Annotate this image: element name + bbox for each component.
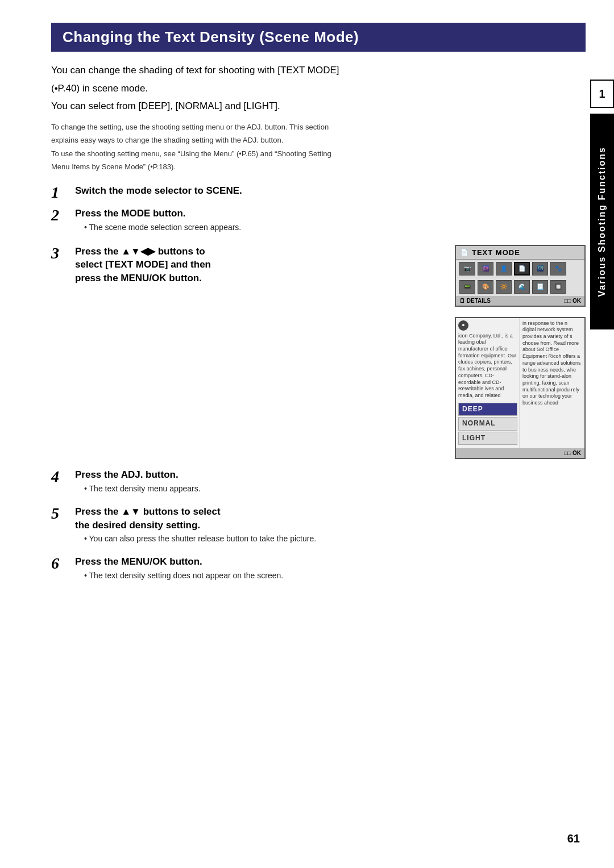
screen1-footer-right: □□ OK — [564, 298, 581, 304]
screen1-title: TEXT MODE — [472, 248, 520, 257]
density-normal: NORMAL — [458, 417, 517, 431]
step-1-number: 1 — [51, 184, 73, 202]
screens-column: 📄 TEXT MODE 📷 🌆 👤 📄 🌃 🐾 📟 🎨 🔆 — [455, 245, 586, 460]
step-6: 6 Press the MENU/OK button. The text den… — [51, 555, 586, 581]
scene-icon-1: 📷 — [459, 262, 475, 276]
scene-icon-12: 🔲 — [550, 280, 566, 294]
step-6-title: Press the MENU/OK button. — [75, 555, 586, 569]
density-right-text: in response to the n digital network sys… — [520, 318, 584, 449]
screen1-footer: 🗒 DETAILS □□ OK — [456, 296, 584, 306]
step-3-content: Press the ▲▼◀▶ buttons to select [TEXT M… — [75, 245, 455, 285]
side-tab-label: Various Shooting Functions — [597, 147, 607, 297]
step-4-sub: The text density menu appears. — [84, 483, 586, 495]
step-6-content: Press the MENU/OK button. The text densi… — [75, 555, 586, 581]
step-4-content: Press the ADJ. button. The text density … — [75, 468, 586, 494]
intro-small4: Menu Items by Scene Mode” (•P.183). — [51, 161, 586, 173]
page-number: 61 — [567, 832, 580, 845]
step-2-title: Press the MODE button. — [75, 207, 586, 220]
step-5: 5 Press the ▲▼ buttons to select the des… — [51, 505, 586, 545]
step-5-content: Press the ▲▼ buttons to select the desir… — [75, 505, 586, 545]
intro-small1: To change the setting, use the shooting … — [51, 122, 586, 133]
chapter-header: Changing the Text Density (Scene Mode) — [51, 23, 586, 52]
chapter-title: Changing the Text Density (Scene Mode) — [63, 28, 359, 45]
step-1-title: Switch the mode selector to SCENE. — [75, 184, 586, 198]
step-2-content: Press the MODE button. The scene mode se… — [75, 207, 586, 233]
step-6-number: 6 — [51, 555, 73, 573]
intro-line2: (•P.40) in scene mode. — [51, 81, 586, 96]
scene-icon-9: 🔆 — [496, 280, 512, 294]
density-screen-footer: □□ OK — [456, 448, 584, 458]
step-4-number: 4 — [51, 468, 73, 486]
scene-icon-8: 🎨 — [478, 280, 493, 294]
scene-icon-3: 👤 — [496, 262, 512, 276]
scene-icon-2: 🌆 — [478, 262, 493, 276]
scene-icon-6: 🐾 — [550, 262, 566, 276]
screen1-header-icon: 📄 — [460, 249, 468, 256]
intro-small3: To use the shooting setting menu, see “U… — [51, 148, 586, 160]
density-screen: ● icon Company, Ltd., is a leading obal … — [455, 317, 586, 460]
step-2: 2 Press the MODE button. The scene mode … — [51, 207, 586, 233]
text-mode-screen: 📄 TEXT MODE 📷 🌆 👤 📄 🌃 🐾 📟 🎨 🔆 — [455, 245, 586, 307]
density-footer-right: □□ OK — [564, 450, 581, 456]
scene-icon-11: 📃 — [532, 280, 548, 294]
intro-line1: You can change the shading of text for s… — [51, 63, 586, 78]
scene-icon-4: 📄 — [514, 262, 530, 276]
step-1: 1 Switch the mode selector to SCENE. — [51, 184, 586, 202]
step-2-number: 2 — [51, 207, 73, 224]
step-3-title: Press the ▲▼◀▶ buttons to select [TEXT M… — [75, 245, 443, 285]
step-5-title: Press the ▲▼ buttons to select the desir… — [75, 505, 586, 532]
scene-icon-10: 🌊 — [514, 280, 530, 294]
density-left-text: ● icon Company, Ltd., is a leading obal … — [456, 318, 520, 449]
scene-icon-7: 📟 — [459, 280, 475, 294]
intro-line3: You can select from [DEEP], [NORMAL] and… — [51, 99, 586, 114]
step-3-number: 3 — [51, 245, 73, 262]
screen1-icons-row1: 📷 🌆 👤 📄 🌃 🐾 — [456, 260, 584, 278]
screen1-header: 📄 TEXT MODE — [456, 246, 584, 260]
step-5-number: 5 — [51, 505, 73, 523]
density-screen-inner: ● icon Company, Ltd., is a leading obal … — [456, 318, 584, 449]
density-light: LIGHT — [458, 432, 517, 445]
step-1-content: Switch the mode selector to SCENE. — [75, 184, 586, 198]
intro-small2: explains easy ways to change the shading… — [51, 135, 586, 146]
screen1-footer-left: 🗒 DETAILS — [459, 298, 491, 304]
step-3-layout: 3 Press the ▲▼◀▶ buttons to select [TEXT… — [51, 245, 586, 460]
step-4-title: Press the ADJ. button. — [75, 468, 586, 482]
step-6-sub: The text density setting does not appear… — [84, 570, 586, 582]
step-5-sub: You can also press the shutter release b… — [84, 533, 586, 545]
scene-icon-5: 🌃 — [532, 262, 548, 276]
screen1-icons-row2: 📟 🎨 🔆 🌊 📃 🔲 — [456, 278, 584, 296]
step-2-sub: The scene mode selection screen appears. — [84, 222, 586, 233]
density-deep: DEEP — [458, 403, 517, 416]
step-4: 4 Press the ADJ. button. The text densit… — [51, 468, 586, 494]
